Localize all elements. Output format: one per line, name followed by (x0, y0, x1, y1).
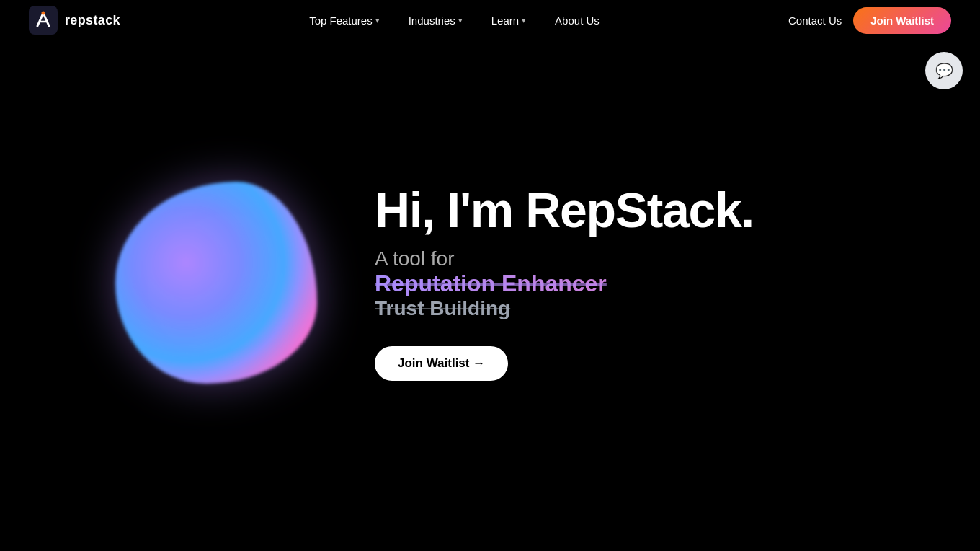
svg-point-1 (42, 12, 45, 15)
chevron-down-icon: ▾ (458, 16, 463, 25)
nav-industries[interactable]: Industries ▾ (397, 9, 474, 32)
hero-blob (115, 182, 317, 384)
chevron-down-icon: ▾ (522, 16, 526, 25)
blob-container (101, 182, 331, 384)
logo-text: repstack (65, 13, 120, 28)
nav-links: Top Features ▾ Industries ▾ Learn ▾ Abou… (298, 9, 611, 32)
hero-join-waitlist-button[interactable]: Join Waitlist → (375, 346, 508, 381)
logo-icon (29, 6, 58, 35)
hero-cta: Join Waitlist → (375, 346, 879, 381)
chevron-down-icon: ▾ (375, 16, 380, 25)
hero-subtitle: A tool for Reputation Enhancer Trust Bui… (375, 247, 879, 320)
nav-about-us[interactable]: About Us (543, 9, 611, 32)
join-waitlist-button[interactable]: Join Waitlist (853, 7, 951, 34)
hero-subtitle-secondary: Trust Building (375, 297, 879, 320)
svg-rect-0 (29, 6, 58, 35)
contact-us-link[interactable]: Contact Us (788, 14, 842, 27)
hero-title: Hi, I'm RepStack. (375, 185, 879, 236)
hero-section: Hi, I'm RepStack. A tool for Reputation … (0, 0, 980, 551)
hero-subtitle-primary: Reputation Enhancer (375, 270, 879, 297)
nav-top-features[interactable]: Top Features ▾ (298, 9, 391, 32)
nav-learn[interactable]: Learn ▾ (480, 9, 538, 32)
hero-text: Hi, I'm RepStack. A tool for Reputation … (375, 185, 879, 381)
nav-right: Contact Us Join Waitlist (788, 7, 951, 34)
navbar: repstack Top Features ▾ Industries ▾ Lea… (0, 0, 980, 40)
chat-bubble[interactable]: 💬 (925, 52, 963, 89)
chat-icon: 💬 (935, 62, 953, 79)
logo[interactable]: repstack (29, 6, 120, 35)
